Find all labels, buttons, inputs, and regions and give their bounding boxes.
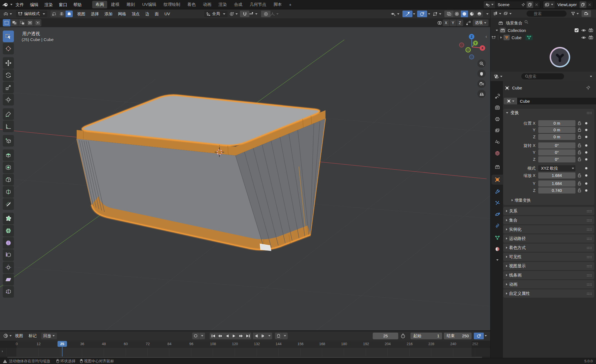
playhead-label[interactable]: 25 [57,341,67,347]
mirror-z-button[interactable]: Z [457,19,463,26]
select-mode-intersect-button[interactable] [34,19,41,26]
animate-dot[interactable] [585,167,587,169]
play-reverse-button[interactable] [224,333,231,339]
scene-unlink-button[interactable] [533,1,540,8]
mirror-y-button[interactable]: Y [450,19,456,26]
cube-camera-icon[interactable] [589,36,593,39]
menu-add[interactable]: 添加 [104,11,112,17]
panel-instancing[interactable]: 实例化 [503,225,594,234]
animate-dot[interactable] [585,182,587,185]
panel-divider[interactable] [490,9,490,358]
location-x-field[interactable]: 0 m [538,120,575,126]
lock-icon[interactable] [578,173,581,177]
show-overlays-button[interactable] [417,11,427,17]
panel-animation[interactable]: 动画 [503,280,594,288]
panel-viewport-display[interactable]: 视图显示 [503,262,594,270]
play-button[interactable] [231,333,237,339]
timeline-overlays-chevron[interactable] [485,335,487,337]
workspace-tab-scripting[interactable]: 脚本 [270,1,285,8]
rotation-x-field[interactable]: 0° [538,142,575,149]
menu-edit[interactable]: 编辑 [27,0,41,9]
timeline-snap-button[interactable] [275,333,282,339]
panel-line-art[interactable]: 线条画 [503,271,594,279]
zoom-button[interactable] [477,59,486,68]
gizmo-axis-z[interactable]: Z [469,34,474,39]
collection-checkbox[interactable] [574,28,579,32]
collection-expand-icon[interactable] [496,30,498,31]
delta-transform-subpanel[interactable]: 增量变换 [512,197,531,204]
tool-scale[interactable] [3,82,14,93]
lock-icon[interactable] [578,157,581,161]
outliner-display-mode-button[interactable] [492,10,502,17]
tool-edge-slide[interactable] [3,249,14,261]
current-frame-field[interactable]: 25 [373,333,398,339]
animate-dot[interactable] [585,174,587,177]
mirror-x-button[interactable]: X [443,19,449,26]
auto-keying-button[interactable] [192,333,199,339]
tool-move[interactable] [3,57,14,69]
scene-name[interactable]: Scene [495,2,520,7]
tab-view-layer[interactable] [492,125,503,135]
gizmo-axis-y[interactable]: Y [473,41,478,46]
cube-hide-eye-icon[interactable] [581,36,586,39]
scale-y-field[interactable]: 1.684 [538,180,575,187]
tab-tool[interactable] [492,91,503,101]
tab-collection[interactable] [492,162,503,172]
outliner-filter-button[interactable] [570,10,580,17]
select-mode-new-button[interactable] [3,19,10,26]
view-layer-browse-button[interactable] [543,1,555,8]
panel-drag-handle[interactable] [587,112,592,114]
tab-world[interactable] [492,148,503,158]
object-id-browse-button[interactable] [504,98,517,104]
lock-icon[interactable] [578,121,581,125]
material-preview-shading-button[interactable] [468,11,475,17]
panel-shading[interactable]: 着色方式 [503,243,594,252]
menu-edge[interactable]: 边 [145,11,149,17]
scene-browse-button[interactable] [484,1,495,8]
panel-collections[interactable]: 集合 [503,216,594,224]
tool-annotate[interactable] [3,108,14,120]
tool-rip-region[interactable] [3,286,14,298]
menu-uv[interactable]: UV [164,12,170,16]
snap-base-icon[interactable] [464,19,473,26]
frame-start-field[interactable]: 起始 1 [410,333,442,339]
tool-spin[interactable] [3,225,14,237]
tab-output[interactable] [492,114,503,124]
view-layer-name[interactable]: ViewLayer [555,2,580,7]
edge-select-mode-button[interactable] [58,11,65,17]
timeline-overlays-button[interactable] [474,333,484,339]
menu-file[interactable]: 文件 [12,0,27,9]
menu-render[interactable]: 渲染 [41,0,56,9]
tab-constraints[interactable] [492,221,503,231]
pan-button[interactable] [477,69,486,78]
tool-shrink-fatten[interactable] [3,262,14,273]
gizmo-options-chevron[interactable] [413,13,415,15]
transform-panel-header[interactable]: 变换 [503,109,594,117]
gizmo-axis-y-neg[interactable] [465,47,471,52]
outliner-search-input[interactable] [527,11,567,17]
scale-x-field[interactable]: 1.684 [538,172,575,179]
location-y-field[interactable]: 0 m [538,127,575,133]
wireframe-shading-button[interactable] [453,11,460,17]
mesh-edit-overlays-button[interactable] [432,11,442,17]
tool-shear[interactable] [3,274,14,285]
rendered-shading-button[interactable] [476,11,483,17]
frame-step-chevron[interactable] [267,333,272,339]
scene-pin-icon[interactable] [520,1,527,8]
row-scene-collection[interactable]: 场景集合 [490,19,596,27]
tab-material[interactable] [492,244,503,254]
tool-bevel[interactable] [3,174,14,185]
row-cube-object[interactable]: Cube [490,34,596,41]
collection-camera-icon[interactable] [589,28,593,32]
tool-cursor[interactable] [3,43,14,54]
tracks-expand-arrow[interactable]: › [2,349,3,353]
workspace-tab-animation[interactable]: 动画 [200,1,215,8]
toggle-orthographic-button[interactable] [477,90,486,98]
rotation-y-field[interactable]: 0° [538,149,575,155]
tab-object[interactable] [492,175,503,185]
properties-editor-type-button[interactable] [493,73,504,80]
new-collection-button[interactable] [582,10,591,17]
jump-to-start-button[interactable] [210,333,217,339]
timeline-menu-playback[interactable]: 回放 [41,333,57,339]
timeline-menu-view[interactable]: 视图 [15,333,23,338]
